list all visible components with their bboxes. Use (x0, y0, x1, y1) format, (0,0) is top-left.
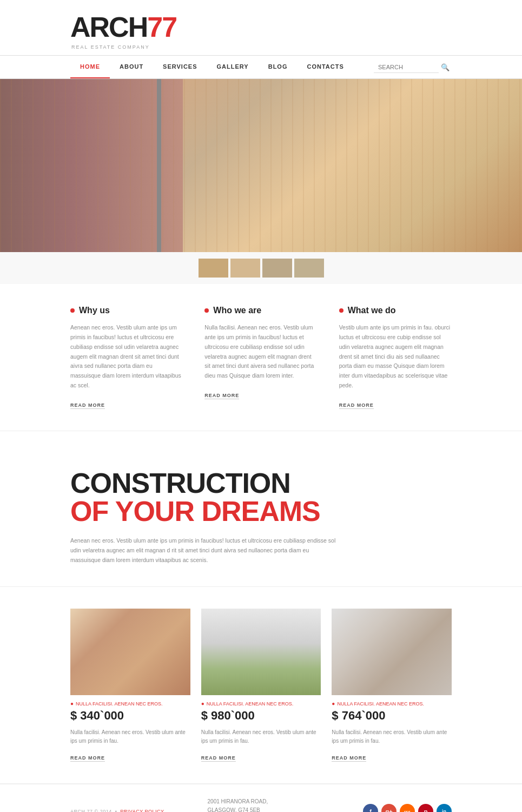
hero-thumbnails (0, 252, 522, 284)
thumbnail-4[interactable] (294, 259, 324, 278)
hero-window-frame (157, 79, 161, 252)
listing-desc-1: Nulla facilisi. Aenean nec eros. Vestib … (70, 728, 190, 745)
logo: ARCH 77 (70, 11, 452, 43)
construction-title-line2: OF YOUR DREAMS (70, 497, 452, 525)
logo-arch: ARCH (70, 11, 147, 43)
listing-price-3: $ 764`000 (332, 709, 452, 723)
read-more-who-we-are[interactable]: READ MORE (204, 393, 239, 399)
hero-banner (0, 79, 522, 252)
pin-icon-2: ● (201, 701, 204, 707)
logo-subtitle: REAL ESTATE COMPANY (71, 44, 452, 50)
thumbnail-1[interactable] (199, 259, 228, 278)
footer-copyright: ARCH 77 © 2014 • PRIVACY POLICY (70, 809, 164, 812)
listing-image-1 (70, 609, 190, 695)
search-input[interactable] (374, 62, 439, 73)
listing-desc-3: Nulla facilisi. Aenean nec eros. Vestib … (332, 728, 452, 745)
listing-location-2: ● NULLA FACILISI. AENEAN NEC EROS. (201, 701, 321, 707)
listings-section: ● NULLA FACILISI. AENEAN NEC EROS. $ 340… (0, 587, 522, 783)
nav-item-contacts[interactable]: CONTACTS (297, 56, 353, 78)
read-more-why-us[interactable]: READ MORE (70, 402, 105, 409)
feature-col-who-we-are: Who we are Nulla facilisi. Aenean nec er… (204, 306, 317, 409)
listing-price-2: $ 980`000 (201, 709, 321, 723)
col-title-why-us: Why us (70, 306, 183, 315)
listing-desc-2: Nulla facilisi. Aenean nec eros. Vestib … (201, 728, 321, 745)
search-button[interactable]: 🔍 (439, 61, 452, 74)
privacy-policy-link[interactable]: PRIVACY POLICY (120, 809, 164, 812)
construction-description: Aenean nec eros. Vestib ulum ante ips um… (70, 536, 341, 565)
feature-col-what-we-do: What we do Vestib ulum ante ips um primi… (339, 306, 452, 409)
thumbnail-2[interactable] (230, 259, 260, 278)
rss-button[interactable]: rss (400, 804, 415, 812)
col-dot-who-we-are (204, 308, 209, 313)
listing-read-more-1[interactable]: READ MORE (70, 755, 105, 762)
listing-price-1: $ 340`000 (70, 709, 190, 723)
listing-read-more-3[interactable]: READ MORE (332, 755, 366, 762)
footer-address-section: 2001 HIRANORA ROAD, GLASGOW, G74 5EB PHO… (208, 797, 363, 812)
logo-number: 77 (147, 11, 176, 43)
hero-wood-texture (0, 79, 522, 252)
col-title-what-we-do: What we do (339, 306, 452, 315)
linkedin-button[interactable]: in (437, 804, 452, 812)
thumbnail-3[interactable] (262, 259, 292, 278)
listing-card-3: ● NULLA FACILISI. AENEAN NEC EROS. $ 764… (332, 609, 452, 762)
footer-social-links: f g+ rss p in (363, 804, 452, 812)
googleplus-button[interactable]: g+ (381, 804, 397, 812)
nav-item-blog[interactable]: BLOG (259, 56, 298, 78)
main-nav: HOME ABOUT SERVICES GALLERY BLOG CONTACT… (0, 55, 522, 79)
listing-location-1: ● NULLA FACILISI. AENEAN NEC EROS. (70, 701, 190, 707)
facebook-button[interactable]: f (363, 804, 378, 812)
col-text-what-we-do: Vestib ulum ante ips um primis in fau. o… (339, 323, 452, 391)
nav-item-about[interactable]: ABOUT (110, 56, 153, 78)
footer: ARCH 77 © 2014 • PRIVACY POLICY 2001 HIR… (0, 784, 522, 812)
nav-item-home[interactable]: HOME (70, 56, 110, 78)
pin-icon-3: ● (332, 701, 335, 707)
listing-card-1: ● NULLA FACILISI. AENEAN NEC EROS. $ 340… (70, 609, 190, 762)
construction-title-line1: CONSTRUCTION (70, 469, 452, 497)
listing-card-2: ● NULLA FACILISI. AENEAN NEC EROS. $ 980… (201, 609, 321, 762)
listing-read-more-2[interactable]: READ MORE (201, 755, 236, 762)
nav-item-gallery[interactable]: GALLERY (207, 56, 259, 78)
col-dot-why-us (70, 308, 75, 313)
section-divider-1 (0, 431, 522, 431)
feature-col-why-us: Why us Aenean nec eros. Vestib ulum ante… (70, 306, 183, 409)
col-title-who-we-are: Who we are (204, 306, 317, 315)
read-more-what-we-do[interactable]: READ MORE (339, 402, 374, 409)
footer-address: 2001 HIRANORA ROAD, GLASGOW, G74 5EB (208, 797, 363, 812)
col-text-why-us: Aenean nec eros. Vestib ulum ante ips um… (70, 323, 183, 391)
col-text-who-we-are: Nulla facilisi. Aenean nec eros. Vestib … (204, 323, 317, 381)
feature-columns: Why us Aenean nec eros. Vestib ulum ante… (0, 284, 522, 420)
nav-item-services[interactable]: SERVICES (153, 56, 207, 78)
nav-search: 🔍 (374, 61, 452, 74)
pin-icon-1: ● (70, 701, 74, 707)
construction-section: CONSTRUCTION OF YOUR DREAMS Aenean nec e… (0, 442, 522, 587)
header: ARCH 77 REAL ESTATE COMPANY (0, 0, 522, 55)
listing-location-3: ● NULLA FACILISI. AENEAN NEC EROS. (332, 701, 452, 707)
listing-image-3 (332, 609, 452, 695)
listing-image-2 (201, 609, 321, 695)
col-dot-what-we-do (339, 308, 343, 313)
pinterest-button[interactable]: p (418, 804, 433, 812)
